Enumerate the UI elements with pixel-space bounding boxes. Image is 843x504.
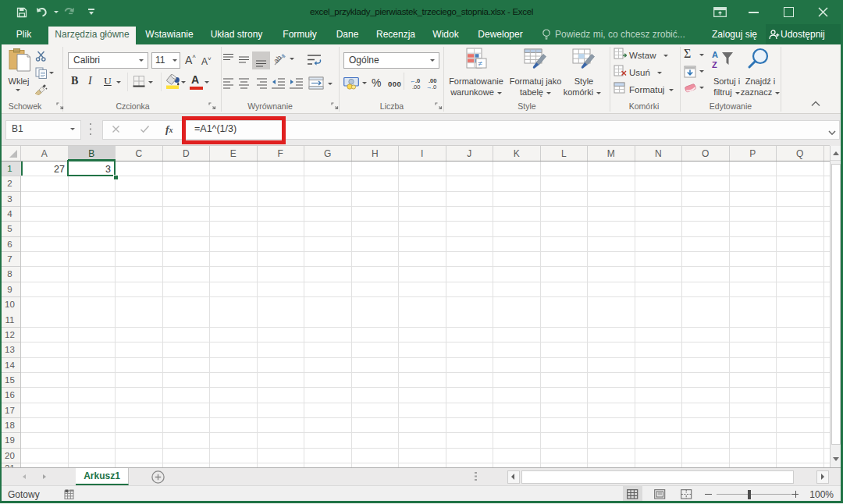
svg-text:.00: .00 — [412, 83, 420, 90]
svg-text:A: A — [712, 50, 718, 59]
svg-text:.0: .0 — [432, 83, 436, 90]
svg-text:Z: Z — [712, 60, 717, 69]
svg-text:≠: ≠ — [478, 59, 483, 68]
